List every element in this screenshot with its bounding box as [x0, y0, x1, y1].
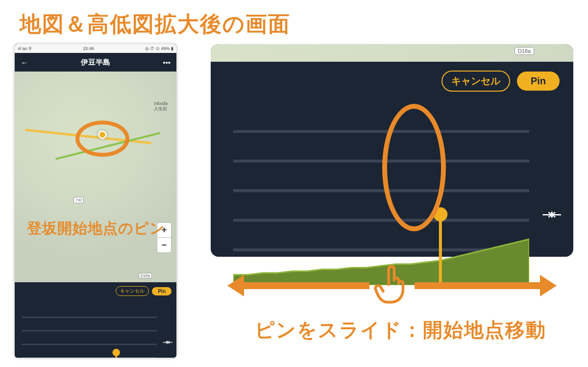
- zoomed-elevation-panel: D18a キャンセル Pin ⇥⇤: [211, 44, 573, 257]
- zoom-out-button[interactable]: −: [157, 238, 171, 252]
- collapse-icon[interactable]: ⇥⇤: [163, 338, 172, 346]
- annotation-label-slide: ピンをスライド：開始地点移動: [255, 317, 546, 343]
- phone-mockup: ııl au ⚲ 15:46 ◎ ⏱ ⊙ 49% ▮ ← 伊豆半島 ••• Ir…: [15, 44, 176, 358]
- annotation-slide-gesture: [211, 259, 573, 313]
- pin-handle[interactable]: [433, 207, 447, 221]
- status-right: ◎ ⏱ ⊙ 49% ▮: [145, 46, 173, 51]
- arrow-right-icon: [415, 282, 542, 289]
- cancel-button[interactable]: キャンセル: [441, 71, 510, 92]
- map-road-badge-d18a: D18a: [514, 47, 534, 55]
- map-road-highlight: [24, 128, 151, 144]
- map-area[interactable]: Iribuda 入生田 732 D18a + − 登坂開始地点のピン: [15, 72, 176, 282]
- cancel-button[interactable]: キャンセル: [116, 286, 149, 296]
- arrow-left-icon: [242, 282, 369, 289]
- phone-elevation-panel: キャンセル Pin ⇥⇤: [15, 282, 176, 358]
- pin-button[interactable]: Pin: [152, 287, 172, 295]
- back-icon[interactable]: ←: [21, 58, 28, 67]
- map-route-line: [55, 132, 160, 160]
- elevation-chart-small[interactable]: [22, 304, 157, 358]
- annotation-label-map-pin: 登坂開始地点のピン: [15, 219, 176, 239]
- status-bar: ııl au ⚲ 15:46 ◎ ⏱ ⊙ 49% ▮: [15, 44, 176, 53]
- page-title: 地図＆高低図拡大後の画面: [20, 10, 291, 39]
- map-place-label: Iribuda 入生田: [154, 101, 168, 112]
- status-left: ııl au ⚲: [18, 46, 32, 51]
- map-road-badge-d18a: D18a: [139, 273, 152, 278]
- pin-handle[interactable]: [112, 349, 120, 356]
- more-icon[interactable]: •••: [163, 58, 171, 67]
- pin-button[interactable]: Pin: [517, 72, 560, 91]
- hand-pointer-icon: [372, 264, 412, 308]
- nav-title: 伊豆半島: [81, 58, 110, 67]
- map-start-pin[interactable]: [98, 130, 107, 139]
- collapse-icon[interactable]: ⇥⇤: [542, 206, 559, 222]
- app-nav-bar: ← 伊豆半島 •••: [15, 53, 176, 72]
- map-road-number-badge: 732: [74, 197, 84, 203]
- status-time: 15:46: [83, 46, 94, 51]
- map-strip: D18a: [211, 44, 573, 62]
